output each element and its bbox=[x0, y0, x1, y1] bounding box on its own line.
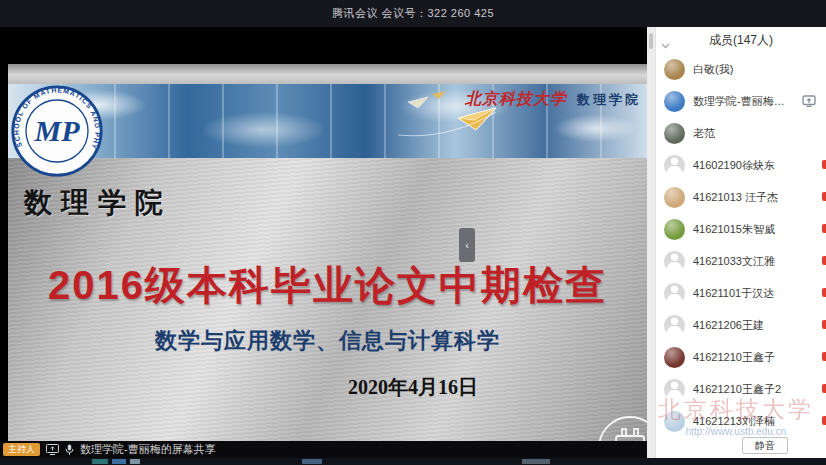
avatar bbox=[664, 123, 685, 144]
microphone-icon bbox=[65, 444, 74, 456]
member-row[interactable]: 白敬(我) bbox=[656, 53, 826, 85]
slide-top-strip bbox=[8, 64, 647, 84]
member-panel-header: 成员(147人) bbox=[656, 27, 826, 53]
member-name: 数理学院-曹丽梅(主持人) bbox=[693, 94, 786, 109]
avatar bbox=[664, 251, 685, 272]
avatar bbox=[664, 155, 685, 176]
share-status-bar: 主持人 数理学院-曹丽梅的屏幕共享 bbox=[0, 441, 647, 458]
screen-share-area: SCHOOL OF MATHEMATICS AND PHYSICS MP 北京科… bbox=[0, 27, 647, 465]
university-seal-watermark-icon: USTB 1952 bbox=[595, 413, 647, 441]
share-status-label: 数理学院-曹丽梅的屏幕共享 bbox=[80, 442, 216, 457]
mic-alert-icon bbox=[822, 384, 826, 393]
presentation-slide: SCHOOL OF MATHEMATICS AND PHYSICS MP 北京科… bbox=[8, 64, 647, 441]
mic-alert-icon bbox=[822, 352, 826, 361]
mic-alert-icon bbox=[822, 160, 826, 169]
member-row[interactable]: 41621015朱智威 bbox=[656, 213, 826, 245]
member-name: 41621206王建 bbox=[693, 318, 764, 333]
member-name: 41621101于汉达 bbox=[693, 286, 774, 301]
panel-collapse-handle[interactable]: ‹ bbox=[459, 228, 475, 262]
mic-alert-icon bbox=[822, 192, 826, 201]
screen-share-icon bbox=[46, 444, 59, 455]
screen-sharing-indicator-icon bbox=[802, 95, 816, 107]
mute-button[interactable]: 静音 bbox=[742, 437, 788, 454]
member-row[interactable]: 41621101于汉达 bbox=[656, 277, 826, 309]
member-row[interactable]: 41621210王鑫子 bbox=[656, 341, 826, 373]
avatar bbox=[664, 187, 685, 208]
meeting-window: 腾讯会议 会议号：322 260 425 SCHOOL OF MATHEMATI… bbox=[0, 0, 826, 465]
taskbar-fragment bbox=[92, 459, 108, 464]
member-row[interactable]: 41621013 汪子杰 bbox=[656, 181, 826, 213]
avatar bbox=[664, 315, 685, 336]
member-name: 41621210王鑫子2 bbox=[693, 382, 781, 397]
slide-main-title: 2016级本科毕业论文中期检查 bbox=[8, 258, 647, 313]
taskbar-fragment bbox=[302, 459, 322, 464]
panel-gutter bbox=[647, 27, 655, 465]
mic-alert-icon bbox=[822, 320, 826, 329]
member-row[interactable]: 41621033文江雅 bbox=[656, 245, 826, 277]
avatar bbox=[664, 283, 685, 304]
bottom-edge-strip bbox=[0, 458, 826, 465]
avatar bbox=[664, 411, 685, 432]
slide-subtitle: 数学与应用数学、信息与计算科学 bbox=[8, 326, 647, 356]
member-row[interactable]: 41621210王鑫子2 bbox=[656, 373, 826, 405]
member-panel: 成员(147人) 白敬(我) 数理学院-曹丽梅(主持人) 老 bbox=[655, 27, 826, 465]
avatar bbox=[664, 347, 685, 368]
member-name: 老范 bbox=[693, 126, 715, 141]
member-name: 41621015朱智威 bbox=[693, 222, 775, 237]
avatar bbox=[664, 219, 685, 240]
slide-sky-banner: SCHOOL OF MATHEMATICS AND PHYSICS MP 北京科… bbox=[8, 84, 647, 158]
member-name: 41621013 汪子杰 bbox=[693, 190, 778, 205]
avatar bbox=[664, 91, 685, 112]
member-count-title: 成员(147人) bbox=[709, 32, 773, 49]
slide-calligraphy-heading: 数理学院 bbox=[24, 184, 172, 222]
meeting-titlebar: 腾讯会议 会议号：322 260 425 bbox=[0, 0, 826, 27]
mic-alert-icon bbox=[822, 416, 826, 425]
avatar bbox=[664, 59, 685, 80]
member-list: 白敬(我) 数理学院-曹丽梅(主持人) 老范 bbox=[656, 53, 826, 437]
taskbar-fragment bbox=[112, 459, 126, 464]
member-name: 白敬(我) bbox=[693, 62, 733, 77]
mic-alert-icon bbox=[822, 224, 826, 233]
slide-body: 数理学院 2016级本科毕业论文中期检查 数学与应用数学、信息与计算科学 202… bbox=[8, 158, 647, 441]
member-name: 41621213刘泽楠 bbox=[693, 414, 775, 429]
member-row[interactable]: 数理学院-曹丽梅(主持人) bbox=[656, 85, 826, 117]
host-badge: 主持人 bbox=[3, 443, 40, 456]
member-name: 41621210王鑫子 bbox=[693, 350, 775, 365]
scrollbar-thumb[interactable] bbox=[649, 33, 653, 49]
chevron-down-icon[interactable] bbox=[661, 35, 670, 53]
logo-monogram: MP bbox=[33, 114, 80, 148]
member-name: 41602190徐炔东 bbox=[693, 158, 775, 173]
mic-alert-icon bbox=[822, 256, 826, 265]
member-row[interactable]: 41602190徐炔东 bbox=[656, 149, 826, 181]
taskbar-fragment bbox=[522, 459, 550, 464]
member-name: 41621033文江雅 bbox=[693, 254, 775, 269]
meeting-id-title: 腾讯会议 会议号：322 260 425 bbox=[332, 6, 494, 21]
avatar bbox=[664, 379, 685, 400]
member-row[interactable]: 41621206王建 bbox=[656, 309, 826, 341]
mic-alert-icon bbox=[822, 288, 826, 297]
banner-university-name: 北京科技大学 bbox=[465, 89, 567, 110]
member-row[interactable]: 老范 bbox=[656, 117, 826, 149]
taskbar-fragment bbox=[130, 459, 140, 464]
member-row[interactable]: 41621213刘泽楠 bbox=[656, 405, 826, 437]
slide-date: 2020年4月16日 bbox=[348, 374, 478, 401]
school-logo-icon: SCHOOL OF MATHEMATICS AND PHYSICS MP bbox=[10, 84, 104, 178]
banner-school-name: 数理学院 bbox=[577, 91, 641, 109]
